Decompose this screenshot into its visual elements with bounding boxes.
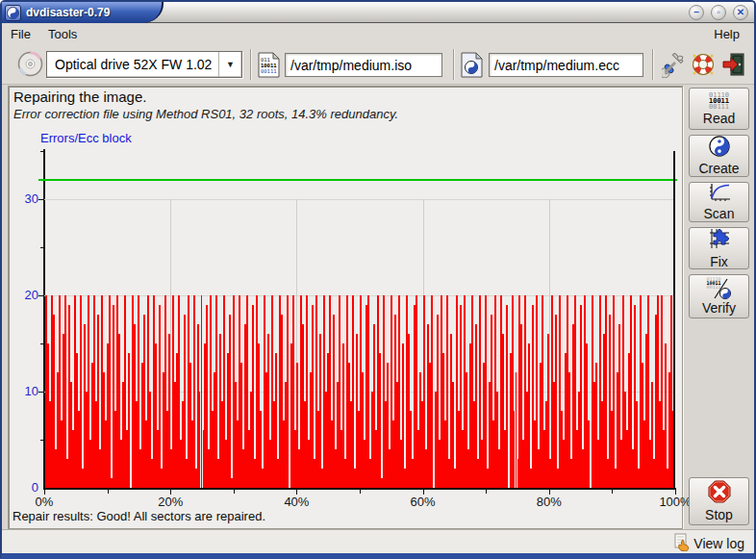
optical-drive-icon [17,51,43,81]
fix-button[interactable]: Fix [689,227,749,269]
create-button[interactable]: Create [689,135,749,177]
minimize-button[interactable]: – [689,5,704,20]
app-window: dvdisaster-0.79 – ▫ ✕ File Tools Help Op… [0,0,756,559]
scan-curve-icon [708,183,731,205]
error-bar-chart [44,151,675,488]
view-log-hand-icon [674,533,691,554]
fix-button-label: Fix [710,254,728,269]
preferences-icon[interactable] [662,53,687,82]
help-lifebuoy-icon[interactable] [691,52,716,81]
app-logo-yinyang-icon [5,5,21,21]
close-button[interactable]: ✕ [733,5,748,20]
read-button-label: Read [703,111,735,126]
quit-icon[interactable] [721,52,746,81]
create-button-label: Create [698,161,739,176]
ecc-file-input[interactable] [489,53,643,77]
puzzle-fix-icon [708,227,731,253]
toolbar: Optical drive 52X FW 1.02 ▼ 011 10011 00… [2,44,754,85]
window-title: dvdisaster-0.79 [26,6,110,19]
chart-bars [45,151,674,488]
chart-title: Errors/Ecc block [40,131,132,145]
stop-button-label: Stop [705,507,733,522]
binary-yinyang-verify-icon: 01110 10011 00111 [707,277,732,299]
menu-tools[interactable]: Tools [39,25,86,43]
result-message: Repair results: Good! All sectors are re… [13,509,265,523]
menu-help[interactable]: Help [705,25,748,43]
read-button[interactable]: 01110 10011 00111 Read [689,88,749,130]
titlebar[interactable]: dvdisaster-0.79 – ▫ ✕ [2,2,754,23]
scan-button[interactable]: Scan [689,182,749,222]
yin-yang-create-icon [709,136,730,160]
chevron-down-icon[interactable]: ▼ [218,52,241,77]
stop-button[interactable]: Stop [689,477,749,525]
status-subheading: Error correction file using Method RS01,… [13,107,398,121]
titlebar-swoosh: dvdisaster-0.79 [2,2,164,23]
menu-file[interactable]: File [2,25,39,43]
verify-button[interactable]: 01110 10011 00111 Verify [689,274,749,318]
position-cursor-line [673,151,675,488]
menubar: File Tools Help [2,24,754,44]
ecc-threshold-line [38,179,677,181]
verify-button-label: Verify [702,300,736,316]
view-log-button[interactable]: View log [674,533,744,554]
footer-bar: View log [2,529,754,553]
drive-selector[interactable]: Optical drive 52X FW 1.02 ▼ [46,51,242,78]
maximize-button[interactable]: ▫ [711,5,726,20]
stop-octagon-icon [708,480,731,506]
binary-read-icon: 01110 10011 00111 [709,92,729,110]
image-file-input[interactable] [285,53,442,77]
ecc-file-icon [461,52,483,82]
iso-image-icon: 011 10011 00111 [258,52,280,82]
status-heading: Repairing the image. [13,89,146,105]
drive-selector-value: Optical drive 52X FW 1.02 [47,57,218,72]
svg-text:00111: 00111 [261,68,277,74]
scan-button-label: Scan [704,206,735,221]
